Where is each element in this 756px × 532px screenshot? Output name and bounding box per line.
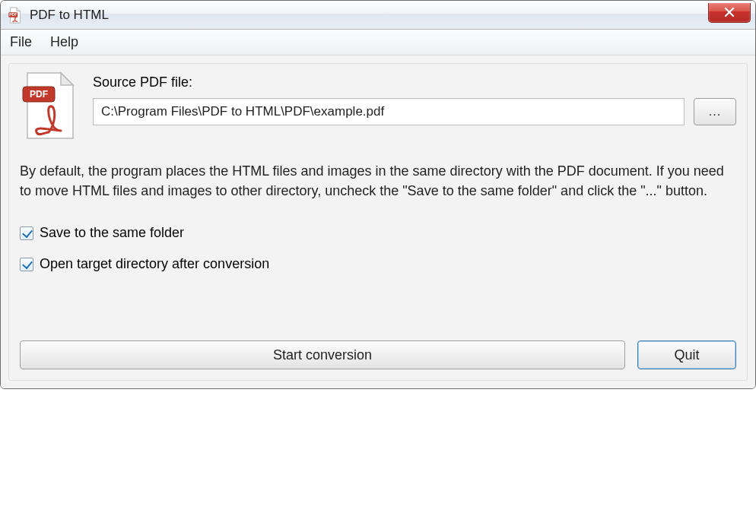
- pdf-file-icon: PDF: [20, 71, 79, 144]
- quit-button[interactable]: Quit: [637, 340, 736, 369]
- source-file-label: Source PDF file:: [93, 74, 736, 90]
- main-panel: PDF Source PDF file: C:\Program Files\PD…: [8, 63, 748, 381]
- button-row: Start conversion Quit: [20, 340, 736, 369]
- window-title: PDF to HTML: [30, 8, 708, 23]
- client-area: PDF Source PDF file: C:\Program Files\PD…: [1, 55, 755, 388]
- titlebar: PDF PDF to HTML: [1, 1, 755, 30]
- menubar: File Help: [1, 30, 755, 55]
- svg-text:PDF: PDF: [30, 89, 48, 100]
- browse-button[interactable]: ...: [694, 98, 736, 125]
- app-pdf-icon: PDF: [7, 7, 24, 24]
- checkbox-open-target-label: Open target directory after conversion: [40, 256, 269, 272]
- file-row: C:\Program Files\PDF to HTML\PDF\example…: [93, 98, 736, 125]
- source-right: Source PDF file: C:\Program Files\PDF to…: [93, 71, 736, 125]
- app-window: PDF PDF to HTML File Help P: [0, 0, 756, 389]
- checkbox-same-folder[interactable]: Save to the same folder: [20, 225, 736, 241]
- menu-help[interactable]: Help: [50, 34, 78, 50]
- menu-file[interactable]: File: [10, 34, 32, 50]
- checkbox-same-folder-box[interactable]: [20, 226, 33, 240]
- checkbox-open-target[interactable]: Open target directory after conversion: [20, 256, 736, 272]
- source-row: PDF Source PDF file: C:\Program Files\PD…: [20, 71, 736, 144]
- svg-text:PDF: PDF: [9, 12, 17, 17]
- close-icon: [724, 7, 735, 17]
- start-conversion-button[interactable]: Start conversion: [20, 340, 625, 369]
- description-text: By default, the program places the HTML …: [20, 161, 736, 201]
- close-button[interactable]: [708, 3, 751, 23]
- checkbox-same-folder-label: Save to the same folder: [40, 225, 184, 241]
- source-file-input[interactable]: C:\Program Files\PDF to HTML\PDF\example…: [93, 98, 685, 125]
- checkbox-open-target-box[interactable]: [20, 258, 33, 271]
